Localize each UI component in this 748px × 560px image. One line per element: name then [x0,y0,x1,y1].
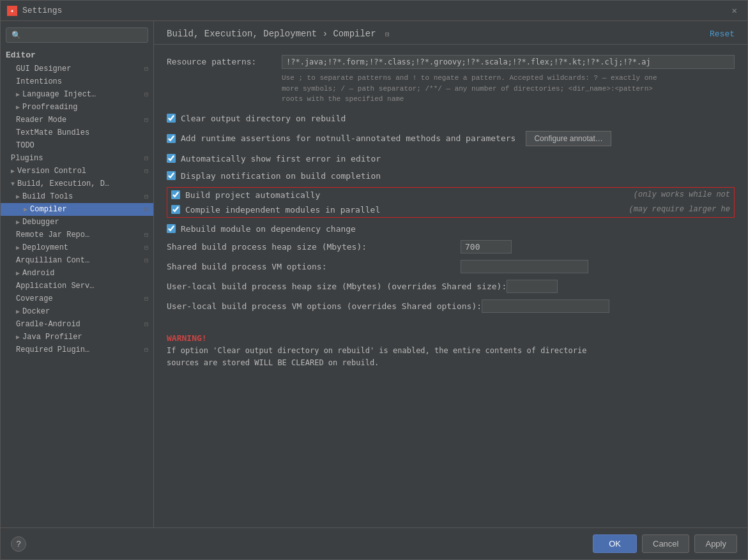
sidebar-item-debugger[interactable]: ▶ Debugger [1,216,153,229]
settings-icon: ⊟ [144,257,148,264]
footer-right: OK Cancel Apply [593,534,737,553]
sidebar-item-gradle-android[interactable]: Gradle-Android ⊟ [1,318,153,331]
settings-icon: ⊟ [144,244,148,252]
window-title: Settings [22,6,728,15]
sidebar-item-build-tools[interactable]: ▶ Build Tools ⊟ [1,190,153,203]
parallel-compile-note: (may require larger he [629,205,730,214]
collapse-arrow: ▶ [24,206,27,213]
user-vm-label: User-local build process VM options (ove… [167,301,482,311]
sidebar-item-label: GUI Designer [16,64,71,73]
heap-size-input[interactable] [461,240,512,254]
collapse-arrow: ▶ [11,167,15,175]
footer-left: ? [11,536,26,552]
user-heap-label: User-local build process heap size (Mbyt… [167,282,507,291]
breadcrumb: Build, Execution, Deployment › Compiler … [167,29,390,39]
sidebar-item-coverage[interactable]: Coverage ⊟ [1,292,153,305]
user-vm-row: User-local build process VM options (ove… [167,299,735,313]
vm-options-label: Shared build process VM options: [167,262,461,271]
sidebar-item-docker[interactable]: ▶ Docker [1,305,153,318]
sidebar-item-todo[interactable]: TODO [1,139,153,152]
close-button[interactable]: ✕ [728,4,741,17]
configure-annotations-button[interactable]: Configure annotat… [526,131,611,146]
resource-pattern-label: Resource patterns: [167,55,282,67]
settings-window: ✦ Settings ✕ Editor GUI Designer ⊟ Inten… [0,0,748,560]
notification-label: Display notification on build completion [181,171,381,181]
sidebar-item-deployment[interactable]: ▶ Deployment ⊟ [1,241,153,254]
sidebar-item-plugins[interactable]: Plugins ⊟ [1,152,153,165]
sidebar-item-label: Build, Execution, D… [17,179,109,188]
checkbox-clear-output: Clear output directory on rebuild [167,112,735,125]
sidebar-item-proofreading[interactable]: ▶ Proofreading [1,101,153,114]
sidebar-item-textmate[interactable]: TextMate Bundles [1,126,153,139]
checkbox-notification: Display notification on build completion [167,170,735,182]
sidebar-item-label: Gradle-Android [16,320,80,329]
sidebar-item-compiler[interactable]: ▶ Compiler ⊟ [1,203,153,216]
sidebar-item-label: TODO [16,141,34,150]
parallel-compile-checkbox[interactable] [171,205,180,214]
vm-options-input[interactable] [461,260,588,273]
settings-icon: ⊟ [144,193,148,201]
collapse-arrow: ▶ [16,244,20,252]
checkbox-first-error: Automatically show first error in editor [167,153,735,165]
sidebar-item-remote-jar[interactable]: Remote Jar Repo… ⊟ [1,229,153,241]
clear-output-checkbox[interactable] [167,114,176,123]
sidebar-item-label: Build Tools [22,192,73,201]
first-error-label: Automatically show first error in editor [181,154,381,163]
user-vm-input[interactable] [482,299,609,313]
resource-hint: Use ; to separate patterns and ! to nega… [282,73,735,105]
sidebar-item-label: Debugger [22,218,59,227]
user-heap-input[interactable] [507,280,558,293]
ok-button[interactable]: OK [593,534,637,553]
apply-button[interactable]: Apply [694,534,737,553]
resource-pattern-row: Resource patterns: [167,55,735,69]
sidebar-item-label: Java Profiler [22,333,82,342]
breadcrumb-settings-icon: ⊟ [385,31,390,38]
help-button[interactable]: ? [11,536,26,552]
checkbox-build-auto: Build project automatically (only works … [167,188,734,202]
search-input[interactable] [6,27,148,43]
sidebar-item-label: Intentions [16,77,62,86]
notification-checkbox[interactable] [167,171,176,180]
sidebar-item-label: Version Control [17,167,86,176]
editor-section-header: Editor [1,48,153,63]
sidebar-item-label: Application Serv… [16,282,94,291]
sidebar-item-gui-designer[interactable]: GUI Designer ⊟ [1,63,153,75]
rebuild-dependency-checkbox[interactable] [167,224,176,233]
collapse-arrow: ▶ [16,91,20,98]
parallel-compile-label: Compile independent modules in parallel [185,205,380,215]
sidebar-item-language-inject[interactable]: ▶ Language Inject… ⊟ [1,88,153,101]
checkbox-runtime-assertions: Add runtime assertions for notnull-annot… [167,130,735,148]
runtime-assertions-checkbox[interactable] [167,134,176,143]
main-header: Build, Execution, Deployment › Compiler … [154,21,747,45]
resource-pattern-input[interactable] [282,55,735,69]
sidebar-item-label: Remote Jar Repo… [16,231,89,239]
heap-size-label: Shared build process heap size (Mbytes): [167,242,461,252]
sidebar-item-label: Docker [22,307,50,316]
sidebar-item-intentions[interactable]: Intentions [1,75,153,88]
collapse-arrow: ▶ [16,269,20,277]
sidebar-item-app-servers[interactable]: Application Serv… [1,280,153,292]
sidebar-item-required-plugin[interactable]: Required Plugin… ⊟ [1,344,153,356]
settings-icon: ⊟ [144,346,148,354]
sidebar-item-label: Proofreading [22,103,77,112]
main-content: Build, Execution, Deployment › Compiler … [154,21,747,527]
collapse-arrow: ▶ [16,308,20,315]
sidebar-item-label: TextMate Bundles [16,128,89,137]
sidebar-item-android[interactable]: ▶ Android [1,267,153,280]
checkbox-parallel-compile: Compile independent modules in parallel … [167,202,734,217]
sidebar-item-label: Arquillian Cont… [16,256,89,265]
cancel-button[interactable]: Cancel [642,534,689,553]
sidebar-item-java-profiler[interactable]: ▶ Java Profiler [1,331,153,344]
settings-icon: ⊟ [144,116,148,124]
first-error-checkbox[interactable] [167,154,176,163]
sidebar-item-build-exec[interactable]: ▼ Build, Execution, D… [1,178,153,190]
vm-options-row: Shared build process VM options: [167,260,735,273]
sidebar-item-arquillian[interactable]: Arquillian Cont… ⊟ [1,254,153,267]
build-auto-checkbox[interactable] [171,190,180,199]
settings-icon: ⊟ [144,91,148,98]
reset-link[interactable]: Reset [710,29,735,39]
sidebar-item-version-control[interactable]: ▶ Version Control ⊟ [1,165,153,178]
collapse-arrow: ▶ [16,193,20,201]
settings-icon: ⊟ [144,321,148,328]
sidebar-item-reader-mode[interactable]: Reader Mode ⊟ [1,114,153,126]
